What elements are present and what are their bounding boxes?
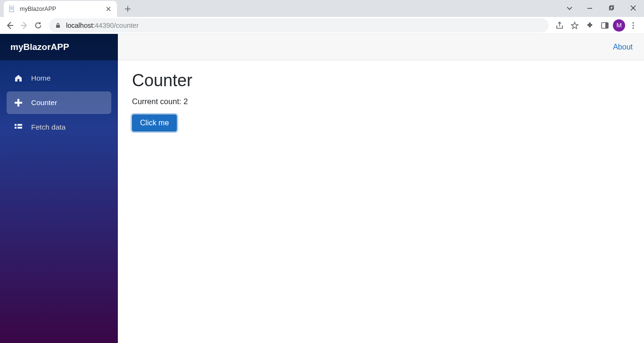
profile-avatar[interactable]: M (613, 19, 625, 32)
main: About Counter Current count: 2 Click me (118, 34, 644, 343)
browser-tab[interactable]: myBlazorAPP (4, 1, 117, 17)
sidebar-item-home[interactable]: Home (7, 67, 111, 90)
avatar-letter: M (616, 22, 621, 29)
brand-text: myBlazorAPP (10, 42, 69, 52)
svg-rect-0 (9, 6, 14, 12)
increment-button[interactable]: Click me (132, 114, 177, 131)
home-icon (13, 73, 24, 83)
page-viewport: myBlazorAPP Home Counter (0, 34, 644, 343)
tab-title: myBlazorAPP (20, 6, 105, 12)
plus-icon (13, 98, 24, 108)
nav-reload-icon[interactable] (31, 18, 45, 33)
window-minimize-icon[interactable] (579, 0, 601, 16)
sidebar-item-label: Fetch data (31, 123, 66, 131)
side-panel-icon[interactable] (598, 18, 612, 33)
kebab-menu-icon[interactable] (626, 18, 640, 33)
current-count-line: Current count: 2 (132, 97, 630, 106)
address-bar[interactable]: localhost:44390/counter (49, 18, 549, 33)
sidebar-nav: Home Counter (0, 60, 118, 145)
page-title: Counter (132, 71, 630, 90)
svg-rect-14 (15, 102, 22, 104)
window-controls (560, 0, 644, 16)
sidebar-item-counter[interactable]: Counter (7, 91, 111, 114)
url-text: localhost:44390/counter (66, 22, 139, 29)
sidebar-item-label: Home (31, 74, 50, 82)
browser-window: myBlazorAPP (0, 0, 644, 343)
svg-rect-7 (56, 25, 60, 28)
new-tab-button[interactable] (121, 2, 135, 16)
url-port: 44390 (95, 22, 114, 29)
tab-strip: myBlazorAPP (0, 0, 644, 17)
svg-rect-16 (17, 124, 22, 126)
count-prefix: Current count: (132, 97, 183, 106)
svg-point-11 (633, 24, 634, 26)
window-maximize-icon[interactable] (601, 0, 622, 16)
svg-rect-1 (10, 7, 13, 8)
browser-toolbar: localhost:44390/counter M (0, 17, 644, 34)
page-content: Counter Current count: 2 Click me (118, 60, 644, 142)
svg-point-10 (633, 22, 634, 24)
nav-forward-icon[interactable] (17, 18, 31, 33)
svg-rect-6 (611, 6, 614, 9)
extensions-icon[interactable] (583, 18, 597, 33)
url-host: localhost: (66, 22, 95, 29)
svg-rect-15 (15, 124, 17, 126)
top-row: About (118, 34, 644, 60)
sidebar-item-fetch-data[interactable]: Fetch data (7, 116, 111, 139)
about-link[interactable]: About (613, 43, 633, 51)
svg-rect-18 (17, 127, 22, 129)
svg-rect-2 (10, 8, 13, 8)
tab-favicon-icon (8, 5, 16, 13)
toolbar-right-icons: M (553, 18, 641, 33)
url-path: /counter (114, 22, 139, 29)
svg-rect-4 (587, 8, 592, 8)
bookmark-star-icon[interactable] (568, 18, 582, 33)
sidebar-item-label: Counter (31, 98, 57, 107)
svg-rect-9 (605, 23, 608, 28)
tab-close-icon[interactable] (105, 5, 112, 13)
count-value: 2 (183, 97, 188, 106)
list-icon (13, 122, 24, 132)
svg-rect-3 (10, 9, 13, 9)
svg-rect-17 (15, 127, 17, 129)
lock-icon (55, 22, 61, 29)
share-icon[interactable] (553, 18, 567, 33)
svg-rect-5 (610, 7, 613, 10)
nav-back-icon[interactable] (3, 18, 17, 33)
svg-point-12 (633, 27, 634, 29)
window-close-icon[interactable] (622, 0, 644, 16)
tab-search-chevron-icon[interactable] (560, 0, 579, 16)
sidebar: myBlazorAPP Home Counter (0, 34, 118, 343)
sidebar-brand[interactable]: myBlazorAPP (0, 34, 118, 60)
